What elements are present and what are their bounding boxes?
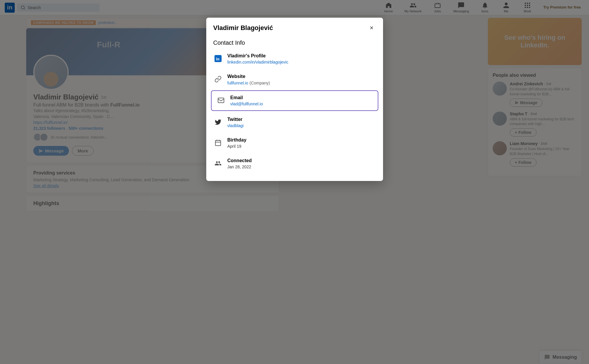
linkedin-contact-icon: in <box>213 54 223 63</box>
modal-close-button[interactable]: × <box>367 24 376 32</box>
contact-linkedin-details: Vladimir's Profile linkedin.com/in/vladi… <box>227 53 376 64</box>
contact-twitter[interactable]: Twitter vladblagi <box>206 112 383 133</box>
svg-text:in: in <box>216 57 220 61</box>
svg-rect-14 <box>215 140 221 146</box>
connected-contact-icon <box>213 159 223 168</box>
contact-info-modal: Vladimir Blagojević × Contact Info in Vl… <box>206 18 383 181</box>
modal-person-name: Vladimir Blagojević <box>213 24 273 32</box>
contact-website-value[interactable]: fullfunnel.io <box>227 81 248 85</box>
contact-connected: Connected Jan 28, 2022 <box>206 153 383 174</box>
contact-email[interactable]: Email vlad@fullfunnel.io <box>211 90 378 111</box>
contact-connected-details: Connected Jan 28, 2022 <box>227 158 376 169</box>
modal-header: Vladimir Blagojević × <box>206 18 383 35</box>
email-contact-icon <box>216 96 226 105</box>
contact-birthday: Birthday April 19 <box>206 133 383 153</box>
contact-birthday-value: April 19 <box>227 144 376 149</box>
website-contact-icon <box>213 74 223 84</box>
contact-email-label: Email <box>230 95 373 100</box>
contact-linkedin-value[interactable]: linkedin.com/in/vladimirblagojevic <box>227 60 376 64</box>
contact-email-value[interactable]: vlad@fullfunnel.io <box>230 102 373 106</box>
contact-connected-label: Connected <box>227 158 376 163</box>
contact-website-label: Website <box>227 74 376 79</box>
contact-website-sub: (Company) <box>250 81 270 85</box>
modal-bottom-padding <box>206 174 383 181</box>
modal-overlay: Vladimir Blagojević × Contact Info in Vl… <box>0 0 589 364</box>
twitter-contact-icon <box>213 117 223 127</box>
contact-linkedin-label: Vladimir's Profile <box>227 53 376 59</box>
birthday-contact-icon <box>213 138 223 147</box>
contact-birthday-label: Birthday <box>227 137 376 143</box>
contact-email-details: Email vlad@fullfunnel.io <box>230 95 373 106</box>
contact-birthday-details: Birthday April 19 <box>227 137 376 149</box>
svg-rect-13 <box>218 98 224 103</box>
contact-twitter-details: Twitter vladblagi <box>227 117 376 128</box>
contact-linkedin[interactable]: in Vladimir's Profile linkedin.com/in/vl… <box>206 49 383 69</box>
contact-website[interactable]: Website fullfunnel.io (Company) <box>206 69 383 90</box>
contact-connected-value: Jan 28, 2022 <box>227 164 376 169</box>
modal-section-title: Contact Info <box>206 35 383 49</box>
contact-twitter-value[interactable]: vladblagi <box>227 123 376 128</box>
contact-website-details: Website fullfunnel.io (Company) <box>227 74 376 86</box>
contact-twitter-label: Twitter <box>227 117 376 122</box>
